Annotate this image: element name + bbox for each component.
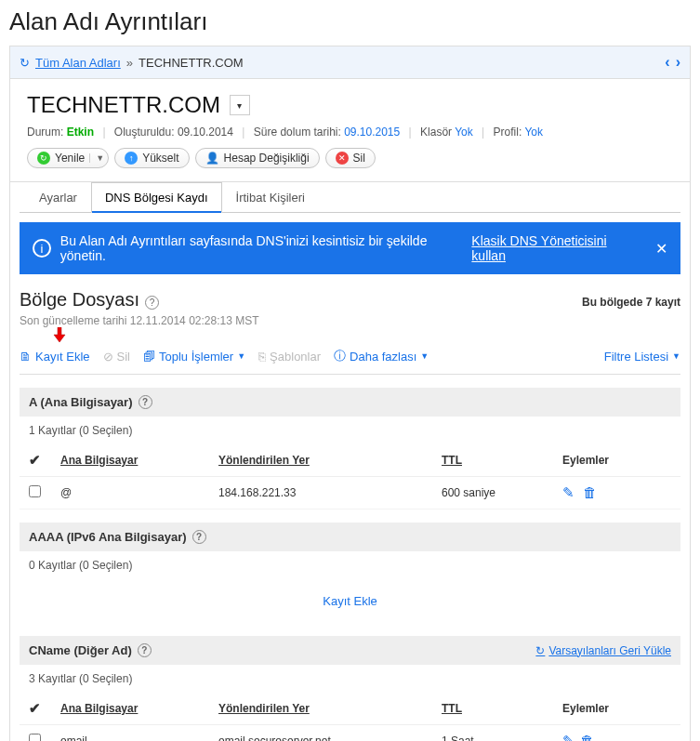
templates-icon: ⎘ (258, 350, 266, 364)
account-change-button[interactable]: 👤 Hesap Değişikliği (195, 148, 320, 168)
help-icon[interactable]: ? (145, 296, 159, 310)
cname-record-table: ✔ Ana Bilgisayar Yönlendirilen Yer TTL E… (20, 693, 680, 741)
zone-header: Bölge Dosyası ? Bu bölgede 7 kayıt (20, 289, 680, 311)
table-row: @ 184.168.221.33 600 saniye ✎ 🗑 (20, 477, 680, 509)
refresh-icon[interactable]: ↻ (20, 56, 30, 70)
add-record-link[interactable]: Kayıt Ekle (323, 594, 377, 608)
th-ttl[interactable]: TTL (432, 693, 553, 725)
cell-ttl: 1 Saat (432, 725, 553, 742)
delete-record-label: Sil (117, 350, 130, 364)
edit-icon[interactable]: ✎ (562, 484, 575, 500)
account-change-label: Hesap Değişikliği (224, 152, 310, 165)
th-host[interactable]: Ana Bilgisayar (51, 693, 209, 725)
cell-target: email.secureserver.net (209, 725, 432, 742)
more-button[interactable]: ⓘ Daha fazlası ▼ (334, 348, 429, 364)
status-label: Durum: (27, 126, 63, 139)
group-aaaa-count: 0 Kayıtlar (0 Seçilen) (20, 551, 680, 579)
tab-contacts[interactable]: İrtibat Kişileri (222, 182, 319, 213)
breadcrumb-nav: ‹ › (665, 54, 680, 71)
status-value: Etkin (67, 126, 94, 139)
folder-value: Yok (455, 126, 473, 139)
filter-label: Filtre Listesi (604, 350, 668, 364)
next-icon[interactable]: › (676, 54, 680, 71)
templates-button: ⎘ Şablonlar (258, 350, 321, 364)
info-banner-text: Bu Alan Adı Ayrıntıları sayfasında DNS'i… (60, 233, 472, 263)
refresh-icon: ↻ (535, 644, 545, 657)
trash-icon[interactable]: 🗑 (583, 484, 597, 500)
tab-dns[interactable]: DNS Bölgesi Kaydı (91, 182, 222, 213)
domain-dropdown-button[interactable]: ▾ (230, 95, 250, 115)
group-a-title: A (Ana Bilgisayar) (29, 395, 133, 409)
x-icon: ✕ (336, 152, 349, 165)
user-icon: 👤 (205, 152, 219, 165)
refresh-button[interactable]: ↻ Yenile ▼ (27, 148, 109, 168)
cell-ttl: 600 saniye (432, 477, 553, 509)
delete-button[interactable]: ✕ Sil (325, 148, 376, 168)
trash-icon[interactable]: 🗑 (580, 733, 594, 741)
refresh-pill-icon: ↻ (37, 152, 50, 165)
chevron-down-icon: ▼ (237, 351, 245, 361)
group-cname-count: 3 Kayıtlar (0 Seçilen) (20, 665, 680, 693)
row-checkbox[interactable] (29, 485, 41, 497)
domain-panel: ↻ Tüm Alan Adları » TECHNETTR.COM ‹ › TE… (9, 46, 691, 741)
expires-label: Süre dolum tarihi: (254, 126, 341, 139)
add-record-label: Kayıt Ekle (35, 350, 90, 364)
created-value: 09.10.2014 (178, 126, 233, 139)
help-icon[interactable]: ? (138, 643, 152, 657)
group-a-count: 1 Kayıtlar (0 Seçilen) (20, 417, 680, 444)
row-checkbox[interactable] (29, 734, 41, 741)
edit-icon[interactable]: ✎ (562, 733, 575, 741)
refresh-button-label: Yenile (55, 152, 85, 165)
th-target[interactable]: Yönlendirilen Yer (209, 693, 432, 725)
classic-dns-link[interactable]: Klasik DNS Yöneticisini kullan (471, 233, 642, 263)
breadcrumb: ↻ Tüm Alan Adları » TECHNETTR.COM ‹ › (10, 46, 690, 79)
more-label: Daha fazlası (350, 350, 416, 364)
upgrade-button[interactable]: ↑ Yükselt (114, 148, 189, 168)
tab-settings[interactable]: Ayarlar (25, 182, 91, 213)
checkmark-icon[interactable]: ✔ (29, 700, 41, 716)
group-aaaa: AAAA (IPv6 Ana Bilgisayar) ? 0 Kayıtlar … (20, 523, 680, 623)
profile-value: Yok (524, 126, 543, 139)
zone-toolbar: 🗎 Kayıt Ekle ⊘ Sil 🗐 Toplu İşlemler ▼ ⎘ … (20, 342, 680, 375)
expires-value: 09.10.2015 (344, 126, 400, 139)
breadcrumb-root[interactable]: Tüm Alan Adları (35, 56, 121, 70)
checkmark-icon[interactable]: ✔ (29, 452, 41, 468)
created-label: Oluşturuldu: (114, 126, 175, 139)
th-ttl[interactable]: TTL (432, 444, 553, 477)
zone-title: Bölge Dosyası (20, 289, 139, 311)
domain-header: TECHNETTR.COM ▾ Durum: Etkin | Oluşturul… (10, 79, 690, 182)
delete-button-label: Sil (353, 152, 365, 165)
cell-target: 184.168.221.33 (209, 477, 432, 509)
group-a: A (Ana Bilgisayar) ? 1 Kayıtlar (0 Seçil… (20, 388, 680, 509)
chevron-down-icon: ▼ (420, 351, 429, 361)
close-icon[interactable]: ✕ (655, 240, 667, 258)
restore-defaults-link[interactable]: ↻ Varsayılanları Geri Yükle (535, 644, 671, 657)
bulk-actions-label: Toplu İşlemler (159, 350, 233, 364)
add-record-button[interactable]: 🗎 Kayıt Ekle (20, 350, 90, 364)
annotation-arrow (20, 327, 680, 342)
cell-host: email (51, 725, 209, 742)
th-host[interactable]: Ana Bilgisayar (51, 444, 209, 477)
chevron-down-icon[interactable]: ▼ (89, 153, 104, 163)
bulk-icon: 🗐 (143, 350, 155, 364)
info-banner: i Bu Alan Adı Ayrıntıları sayfasında DNS… (20, 222, 680, 274)
table-row: email email.secureserver.net 1 Saat ✎🗑 (20, 725, 680, 742)
add-record-icon: 🗎 (20, 350, 32, 364)
help-icon[interactable]: ? (139, 395, 152, 409)
group-aaaa-header: AAAA (IPv6 Ana Bilgisayar) ? (20, 523, 680, 551)
delete-record-button: ⊘ Sil (103, 350, 130, 364)
cell-host: @ (51, 477, 209, 509)
arrow-up-icon: ↑ (125, 152, 138, 165)
folder-label: Klasör (420, 126, 452, 139)
restore-defaults-label: Varsayılanları Geri Yükle (548, 644, 671, 657)
bulk-actions-button[interactable]: 🗐 Toplu İşlemler ▼ (143, 350, 245, 364)
breadcrumb-current: TECHNETTR.COM (139, 56, 244, 70)
more-icon: ⓘ (334, 348, 346, 364)
group-cname-header: CName (Diğer Ad) ? ↻ Varsayılanları Geri… (20, 636, 680, 665)
help-icon[interactable]: ? (192, 530, 206, 544)
filter-list-button[interactable]: Filtre Listesi ▼ (604, 350, 680, 364)
prev-icon[interactable]: ‹ (665, 54, 669, 71)
page-title: Alan Adı Ayrıntıları (0, 0, 700, 46)
th-target[interactable]: Yönlendirilen Yer (209, 444, 432, 477)
chevron-down-icon: ▼ (672, 351, 680, 361)
